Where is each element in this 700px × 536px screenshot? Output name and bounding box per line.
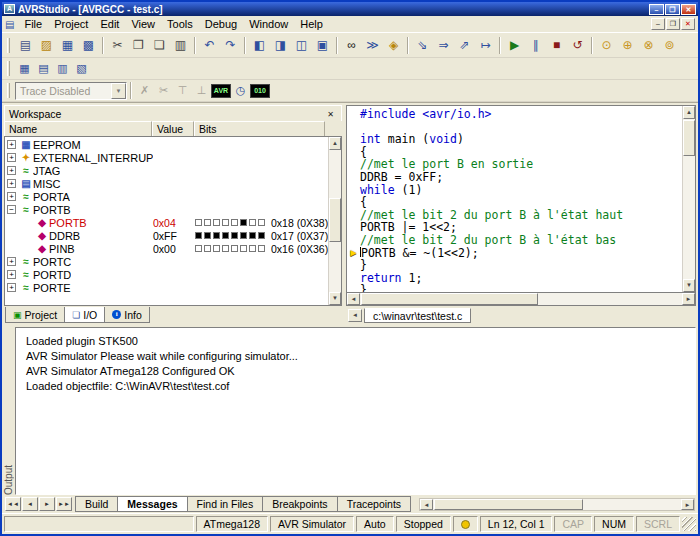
bit-checkbox[interactable] <box>258 245 265 252</box>
scrollbar-thumb[interactable] <box>683 120 695 156</box>
bit-checkbox[interactable] <box>195 219 202 226</box>
step-over-icon[interactable]: ⇒ <box>433 36 454 55</box>
collapse-icon[interactable]: − <box>7 205 16 214</box>
last-tab-button[interactable]: ►► <box>56 497 72 511</box>
workspace-scrollbar[interactable]: ▲ ▼ <box>328 137 341 305</box>
tree-item-misc[interactable]: +▤MISC <box>5 177 328 190</box>
next-tab-button[interactable]: ► <box>39 497 55 511</box>
menu-help[interactable]: Help <box>294 17 329 31</box>
mdi-minimize-button[interactable]: – <box>651 18 665 30</box>
toggle-breakpoint-icon[interactable]: ⊕ <box>617 36 638 55</box>
toolbar-grip[interactable] <box>7 83 10 98</box>
tab-scroll-left-button[interactable]: ◄ <box>348 309 362 322</box>
redo-icon[interactable]: ↷ <box>220 36 241 55</box>
tree-item-eeprom[interactable]: +▦EEPROM <box>5 138 328 151</box>
output-panel[interactable]: Loaded plugin STK500AVR Simulator Please… <box>15 327 696 495</box>
editor-vscrollbar[interactable]: ▲ ▼ <box>682 106 695 292</box>
code-line[interactable]: int main (void) <box>347 133 682 146</box>
tree-item-portb[interactable]: −≈PORTB <box>5 203 328 216</box>
tree-item-portb[interactable]: ◆PORTB0x040x18 (0X38) <box>5 216 328 229</box>
tree-item-pinb[interactable]: ◆PINB0x000x16 (0X36) <box>5 242 328 255</box>
scroll-left-icon[interactable]: ◄ <box>420 499 433 510</box>
memory-view-icon[interactable]: ▤ <box>34 60 53 77</box>
menu-edit[interactable]: Edit <box>94 17 125 31</box>
step-out-icon[interactable]: ⇗ <box>454 36 475 55</box>
bit-checkbox[interactable] <box>222 232 229 239</box>
prev-tab-button[interactable]: ◄ <box>22 497 38 511</box>
tab-build[interactable]: Build <box>75 496 118 512</box>
register-view-icon[interactable]: ▥ <box>53 60 72 77</box>
bit-checkbox[interactable] <box>231 245 238 252</box>
open-file-icon[interactable]: ▨ <box>36 36 57 55</box>
tab-breakpoints[interactable]: Breakpoints <box>262 496 337 512</box>
cut-icon[interactable]: ✂ <box>107 36 128 55</box>
bit-checkbox[interactable] <box>195 245 202 252</box>
bit-checkbox[interactable] <box>249 219 256 226</box>
first-tab-button[interactable]: ◄◄ <box>5 497 21 511</box>
menu-tools[interactable]: Tools <box>161 17 199 31</box>
code-lines[interactable]: #include <avr/io.h> int main (void){//me… <box>347 106 682 292</box>
bit-checkbox[interactable] <box>240 219 247 226</box>
bit-checkbox[interactable] <box>204 219 211 226</box>
close-button[interactable]: ✕ <box>681 4 696 15</box>
bit-checkbox[interactable] <box>213 219 220 226</box>
bit-checkbox[interactable] <box>258 232 265 239</box>
reset-icon[interactable]: ↺ <box>567 36 588 55</box>
workspace-close-button[interactable]: ✕ <box>324 108 337 120</box>
split-window-icon[interactable]: ◫ <box>291 36 312 55</box>
tab-info[interactable]: iInfo <box>104 307 150 323</box>
run-icon[interactable]: ▶ <box>504 36 525 55</box>
scroll-down-icon[interactable]: ▼ <box>683 279 695 292</box>
toggle-output-icon[interactable]: ◨ <box>270 36 291 55</box>
toggle-workspace-icon[interactable]: ◧ <box>249 36 270 55</box>
scroll-up-icon[interactable]: ▲ <box>683 106 695 119</box>
column-header-name[interactable]: Name <box>4 121 152 136</box>
tree-item-porta[interactable]: +≈PORTA <box>5 190 328 203</box>
code-editor[interactable]: #include <avr/io.h> int main (void){//me… <box>346 105 696 293</box>
toolbar-grip[interactable] <box>7 61 10 76</box>
trace-status-combo[interactable]: Trace Disabled ▼ <box>15 82 127 100</box>
paste-icon[interactable]: ❏ <box>149 36 170 55</box>
bit-checkbox[interactable] <box>258 219 265 226</box>
maximize-button[interactable]: ❐ <box>665 4 680 15</box>
bit-checkbox[interactable] <box>240 245 247 252</box>
tree-item-porte[interactable]: +≈PORTE <box>5 281 328 294</box>
mdi-restore-button[interactable]: ❐ <box>666 18 680 30</box>
code-line[interactable]: } <box>347 284 682 292</box>
menu-view[interactable]: View <box>125 17 161 31</box>
expand-icon[interactable]: + <box>7 257 16 266</box>
tab-messages[interactable]: Messages <box>117 496 187 512</box>
tree-item-jtag[interactable]: +≈JTAG <box>5 164 328 177</box>
file-tab[interactable]: c:\winavr\test\test.c <box>364 308 471 323</box>
expand-icon[interactable]: + <box>7 283 16 292</box>
mdi-close-button[interactable]: ✕ <box>681 18 695 30</box>
quickwatch-icon[interactable]: ⊚ <box>659 36 680 55</box>
stopwatch-icon[interactable]: ◷ <box>231 82 250 99</box>
bookmark-icon[interactable]: ◈ <box>383 36 404 55</box>
find-next-icon[interactable]: ≫ <box>362 36 383 55</box>
scroll-left-icon[interactable]: ◄ <box>347 293 360 305</box>
scrollbar-thumb[interactable] <box>329 198 341 242</box>
column-header-bits[interactable]: Bits <box>194 121 325 136</box>
bit-checkbox[interactable] <box>204 232 211 239</box>
scrollbar-track[interactable] <box>433 499 681 510</box>
bit-checkbox[interactable] <box>213 245 220 252</box>
trace-into-icon[interactable]: ⇘ <box>412 36 433 55</box>
scroll-down-icon[interactable]: ▼ <box>329 292 341 305</box>
bit-checkbox[interactable] <box>213 232 220 239</box>
output-hscrollbar[interactable]: ◄ ► <box>419 498 695 511</box>
expand-icon[interactable]: + <box>7 140 16 149</box>
bit-checkbox[interactable] <box>231 232 238 239</box>
menu-file[interactable]: File <box>18 17 48 31</box>
tree-item-portc[interactable]: +≈PORTC <box>5 255 328 268</box>
scrollbar-thumb[interactable] <box>361 293 538 305</box>
bit-pattern-icon[interactable]: 010 <box>250 84 270 98</box>
tab-project[interactable]: ▣Project <box>5 307 65 323</box>
editor-hscrollbar[interactable]: ◄ ► <box>346 293 696 306</box>
expand-icon[interactable]: + <box>7 166 16 175</box>
bit-checkbox[interactable] <box>240 232 247 239</box>
tree-item-external_interrupt[interactable]: +✦EXTERNAL_INTERRUPT <box>5 151 328 164</box>
scrollbar-thumb[interactable] <box>434 499 583 510</box>
code-line[interactable]: return 1; <box>347 272 682 285</box>
print-icon[interactable]: ▥ <box>170 36 191 55</box>
